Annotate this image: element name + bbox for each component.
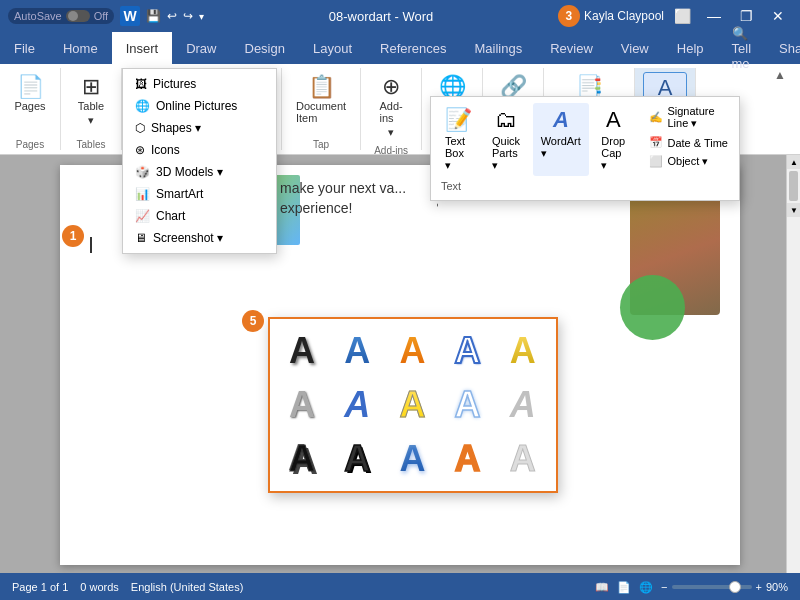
- tab-review[interactable]: Review: [536, 32, 607, 64]
- header-footer-icon: 📑: [576, 76, 603, 98]
- chart-item[interactable]: 📈 Chart: [123, 205, 276, 227]
- tab-home[interactable]: Home: [49, 32, 112, 64]
- scroll-up-btn[interactable]: ▲: [787, 155, 800, 169]
- document-scrollbar[interactable]: ▲ ▼: [786, 155, 800, 573]
- wordart-item-4[interactable]: A: [444, 327, 492, 375]
- pictures-item[interactable]: 🖼 Pictures: [123, 73, 276, 95]
- tab-design[interactable]: Design: [231, 32, 299, 64]
- shapes-item[interactable]: ⬡ Shapes ▾: [123, 117, 276, 139]
- save-icon[interactable]: 💾: [146, 9, 161, 23]
- tab-share[interactable]: Share: [765, 32, 800, 64]
- redo-icon[interactable]: ↪: [183, 9, 193, 23]
- quick-parts-label: QuickParts ▾: [492, 135, 521, 172]
- online-pictures-item[interactable]: 🌐 Online Pictures: [123, 95, 276, 117]
- addins-label: Add-ins: [380, 100, 403, 124]
- online-pictures-label: Online Pictures: [156, 99, 237, 113]
- text-popup-right: ✍ Signature Line ▾ 📅 Date & Time ⬜ Objec…: [645, 103, 733, 176]
- ribbon-display-btn[interactable]: ⬜: [668, 2, 696, 30]
- title-bar: AutoSave Off W 💾 ↩ ↪ ▾ 08-wordart - Word…: [0, 0, 800, 32]
- scroll-thumb[interactable]: [789, 171, 798, 201]
- zoom-track[interactable]: [672, 585, 752, 589]
- table-btn[interactable]: ⊞ Table ▾: [69, 72, 113, 131]
- wordart-item-15[interactable]: A: [499, 435, 547, 483]
- close-btn[interactable]: ✕: [764, 2, 792, 30]
- tables-items: ⊞ Table ▾: [69, 68, 113, 137]
- pages-icon: 📄: [17, 76, 44, 98]
- word-count: 0 words: [80, 581, 119, 593]
- text-popup-row1: 📝 TextBox ▾ 🗂 QuickParts ▾ A WordArt ▾ A…: [437, 103, 733, 176]
- signature-line-item[interactable]: ✍ Signature Line ▾: [645, 103, 733, 132]
- illustrations-dropdown: 🖼 Pictures 🌐 Online Pictures ⬡ Shapes ▾ …: [122, 68, 277, 254]
- wordart-item-3[interactable]: A: [388, 327, 436, 375]
- icons-icon: ⊛: [135, 143, 145, 157]
- wordart-item-6[interactable]: A: [278, 381, 326, 429]
- addins-icon: ⊕: [382, 76, 400, 98]
- view-read-icon[interactable]: 📖: [595, 581, 609, 594]
- addins-dropdown: ▾: [388, 126, 394, 139]
- annotation-5: 5: [242, 310, 264, 332]
- wordart-item-2[interactable]: A: [333, 327, 381, 375]
- view-web-icon[interactable]: 🌐: [639, 581, 653, 594]
- quick-parts-icon: 🗂: [495, 107, 517, 133]
- pages-items: 📄 Pages: [8, 68, 52, 137]
- 3dmodels-label: 3D Models ▾: [156, 165, 223, 179]
- zoom-plus[interactable]: +: [756, 581, 762, 593]
- status-left: Page 1 of 1 0 words English (United Stat…: [12, 581, 243, 593]
- annotation-1: 1: [62, 225, 84, 247]
- tab-file[interactable]: File: [0, 32, 49, 64]
- tab-help[interactable]: Help: [663, 32, 718, 64]
- wordart-item-7[interactable]: A: [333, 381, 381, 429]
- pages-btn[interactable]: 📄 Pages: [8, 72, 52, 116]
- ribbon-collapse-btn[interactable]: ▲: [774, 68, 786, 82]
- tab-insert[interactable]: Insert: [112, 32, 173, 64]
- text-box-label: TextBox ▾: [445, 135, 472, 172]
- wordart-item-12[interactable]: A: [333, 435, 381, 483]
- drop-cap-btn[interactable]: A DropCap ▾: [593, 103, 633, 176]
- document-item-btn[interactable]: 📋 DocumentItem: [290, 72, 352, 128]
- tab-draw[interactable]: Draw: [172, 32, 230, 64]
- minimize-btn[interactable]: —: [700, 2, 728, 30]
- status-right: 📖 📄 🌐 − + 90%: [595, 581, 788, 594]
- wordart-item-14[interactable]: A: [444, 435, 492, 483]
- icons-item[interactable]: ⊛ Icons: [123, 139, 276, 161]
- tab-references[interactable]: References: [366, 32, 460, 64]
- quick-access-more[interactable]: ▾: [199, 11, 204, 22]
- zoom-control[interactable]: − + 90%: [661, 581, 788, 593]
- zoom-thumb[interactable]: [729, 581, 741, 593]
- ribbon-group-tables: ⊞ Table ▾ Tables: [61, 68, 122, 150]
- object-item[interactable]: ⬜ Object ▾: [645, 153, 733, 170]
- table-icon: ⊞: [82, 76, 100, 98]
- tab-mailings[interactable]: Mailings: [461, 32, 537, 64]
- date-time-item[interactable]: 📅 Date & Time: [645, 134, 733, 151]
- wordart-item-10[interactable]: A: [499, 381, 547, 429]
- wordart-label: WordArt ▾: [541, 135, 582, 160]
- zoom-level: 90%: [766, 581, 788, 593]
- wordart-item-5[interactable]: A: [499, 327, 547, 375]
- wordart-item-13[interactable]: A: [388, 435, 436, 483]
- 3dmodels-item[interactable]: 🎲 3D Models ▾: [123, 161, 276, 183]
- wordart-btn[interactable]: A WordArt ▾: [533, 103, 590, 176]
- scroll-down-btn[interactable]: ▼: [787, 203, 800, 217]
- wordart-item-1[interactable]: A: [278, 327, 326, 375]
- undo-icon[interactable]: ↩: [167, 9, 177, 23]
- tab-search[interactable]: 🔍 Tell me: [718, 32, 766, 64]
- tab-layout[interactable]: Layout: [299, 32, 366, 64]
- autosave-toggle[interactable]: AutoSave Off: [8, 8, 114, 24]
- annotation-3: 3: [558, 5, 580, 27]
- wordart-item-9[interactable]: A: [444, 381, 492, 429]
- view-print-icon[interactable]: 📄: [617, 581, 631, 594]
- wordart-item-11[interactable]: A: [278, 435, 326, 483]
- text-box-btn[interactable]: 📝 TextBox ▾: [437, 103, 480, 176]
- smartart-item[interactable]: 📊 SmartArt: [123, 183, 276, 205]
- autosave-knob[interactable]: [66, 10, 90, 22]
- ribbon-group-illustrations: 🖼 Pictures 🌐 Online Pictures ⬡ Shapes ▾ …: [122, 68, 282, 150]
- chart-label: Chart: [156, 209, 185, 223]
- wordart-gallery: A A A A A A A A A A A A A A A: [268, 317, 558, 493]
- screenshot-item[interactable]: 🖥 Screenshot ▾: [123, 227, 276, 249]
- ribbon-group-tap: 📋 DocumentItem Tap: [282, 68, 361, 150]
- wordart-item-8[interactable]: A: [388, 381, 436, 429]
- addins-btn[interactable]: ⊕ Add-ins ▾: [369, 72, 413, 143]
- zoom-minus[interactable]: −: [661, 581, 667, 593]
- tab-view[interactable]: View: [607, 32, 663, 64]
- quick-parts-btn[interactable]: 🗂 QuickParts ▾: [484, 103, 529, 176]
